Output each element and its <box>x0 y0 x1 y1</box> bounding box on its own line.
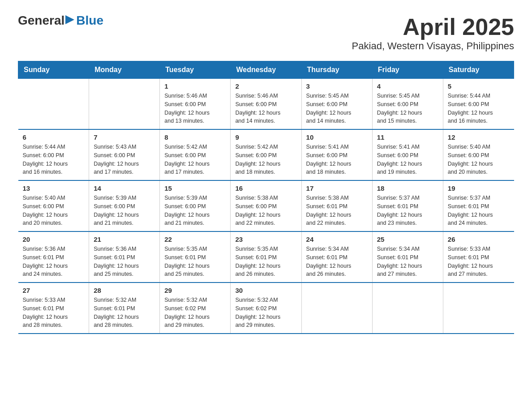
day-info-15: Sunrise: 5:39 AM Sunset: 6:00 PM Dayligh… <box>164 194 226 227</box>
header: General Blue April 2025 Pakiad, Western … <box>18 13 514 52</box>
header-thursday: Thursday <box>301 61 372 79</box>
day-headers-row: SundayMondayTuesdayWednesdayThursdayFrid… <box>18 61 514 79</box>
header-sunday: Sunday <box>18 61 89 79</box>
day-info-3: Sunrise: 5:45 AM Sunset: 6:00 PM Dayligh… <box>306 92 368 125</box>
day-number-15: 15 <box>164 184 226 192</box>
header-saturday: Saturday <box>443 61 514 79</box>
day-info-2: Sunrise: 5:46 AM Sunset: 6:00 PM Dayligh… <box>235 92 296 125</box>
day-number-26: 26 <box>448 235 510 243</box>
day-info-1: Sunrise: 5:46 AM Sunset: 6:00 PM Dayligh… <box>164 92 226 125</box>
day-number-3: 3 <box>306 82 368 90</box>
day-info-7: Sunrise: 5:43 AM Sunset: 6:00 PM Dayligh… <box>94 143 155 176</box>
day-info-24: Sunrise: 5:34 AM Sunset: 6:01 PM Dayligh… <box>306 245 368 278</box>
cell-w1-d3: 1Sunrise: 5:46 AM Sunset: 6:00 PM Daylig… <box>160 79 231 130</box>
day-number-17: 17 <box>306 184 368 192</box>
cell-w2-d6: 11Sunrise: 5:41 AM Sunset: 6:00 PM Dayli… <box>372 129 443 180</box>
day-info-23: Sunrise: 5:35 AM Sunset: 6:01 PM Dayligh… <box>235 245 296 278</box>
day-number-7: 7 <box>94 133 155 141</box>
day-number-22: 22 <box>164 235 226 243</box>
day-number-27: 27 <box>23 287 85 294</box>
cell-w1-d2 <box>89 79 160 130</box>
day-info-16: Sunrise: 5:38 AM Sunset: 6:00 PM Dayligh… <box>235 194 296 227</box>
day-info-13: Sunrise: 5:40 AM Sunset: 6:00 PM Dayligh… <box>23 194 85 227</box>
cell-w5-d5 <box>301 283 372 334</box>
day-number-5: 5 <box>448 82 510 90</box>
day-number-1: 1 <box>164 82 226 90</box>
svg-marker-0 <box>65 15 74 24</box>
cell-w1-d1 <box>18 79 89 130</box>
day-number-2: 2 <box>235 82 296 90</box>
day-info-26: Sunrise: 5:33 AM Sunset: 6:01 PM Dayligh… <box>448 245 510 278</box>
day-info-29: Sunrise: 5:32 AM Sunset: 6:02 PM Dayligh… <box>164 296 226 330</box>
cell-w5-d4: 30Sunrise: 5:32 AM Sunset: 6:02 PM Dayli… <box>231 283 301 334</box>
day-info-27: Sunrise: 5:33 AM Sunset: 6:01 PM Dayligh… <box>23 296 85 330</box>
cell-w1-d5: 3Sunrise: 5:45 AM Sunset: 6:00 PM Daylig… <box>301 79 372 130</box>
cell-w4-d2: 21Sunrise: 5:36 AM Sunset: 6:01 PM Dayli… <box>89 231 160 283</box>
cell-w2-d4: 9Sunrise: 5:42 AM Sunset: 6:00 PM Daylig… <box>231 129 301 180</box>
day-number-21: 21 <box>94 235 155 243</box>
day-number-8: 8 <box>164 133 226 141</box>
day-info-10: Sunrise: 5:41 AM Sunset: 6:00 PM Dayligh… <box>306 143 368 176</box>
day-number-4: 4 <box>377 82 438 90</box>
day-info-14: Sunrise: 5:39 AM Sunset: 6:00 PM Dayligh… <box>94 194 155 227</box>
cell-w5-d1: 27Sunrise: 5:33 AM Sunset: 6:01 PM Dayli… <box>18 283 89 334</box>
cell-w2-d7: 12Sunrise: 5:40 AM Sunset: 6:00 PM Dayli… <box>443 129 514 180</box>
cell-w2-d5: 10Sunrise: 5:41 AM Sunset: 6:00 PM Dayli… <box>301 129 372 180</box>
week-row-2: 6Sunrise: 5:44 AM Sunset: 6:00 PM Daylig… <box>18 129 514 180</box>
cell-w2-d3: 8Sunrise: 5:42 AM Sunset: 6:00 PM Daylig… <box>160 129 231 180</box>
day-number-25: 25 <box>377 235 438 243</box>
day-number-23: 23 <box>235 235 296 243</box>
day-info-9: Sunrise: 5:42 AM Sunset: 6:00 PM Dayligh… <box>235 143 296 176</box>
day-number-11: 11 <box>377 133 438 141</box>
day-info-8: Sunrise: 5:42 AM Sunset: 6:00 PM Dayligh… <box>164 143 226 176</box>
header-tuesday: Tuesday <box>160 61 231 79</box>
cell-w5-d6 <box>372 283 443 334</box>
day-info-4: Sunrise: 5:45 AM Sunset: 6:00 PM Dayligh… <box>377 92 438 125</box>
day-info-30: Sunrise: 5:32 AM Sunset: 6:02 PM Dayligh… <box>235 296 296 330</box>
day-number-20: 20 <box>23 235 85 243</box>
day-info-22: Sunrise: 5:35 AM Sunset: 6:01 PM Dayligh… <box>164 245 226 278</box>
cell-w4-d7: 26Sunrise: 5:33 AM Sunset: 6:01 PM Dayli… <box>443 231 514 283</box>
week-row-5: 27Sunrise: 5:33 AM Sunset: 6:01 PM Dayli… <box>18 283 514 334</box>
cell-w3-d7: 19Sunrise: 5:37 AM Sunset: 6:01 PM Dayli… <box>443 180 514 231</box>
cell-w3-d6: 18Sunrise: 5:37 AM Sunset: 6:01 PM Dayli… <box>372 180 443 231</box>
week-row-3: 13Sunrise: 5:40 AM Sunset: 6:00 PM Dayli… <box>18 180 514 231</box>
month-title: April 2025 <box>352 13 514 40</box>
cell-w4-d1: 20Sunrise: 5:36 AM Sunset: 6:01 PM Dayli… <box>18 231 89 283</box>
day-number-16: 16 <box>235 184 296 192</box>
cell-w4-d6: 25Sunrise: 5:34 AM Sunset: 6:01 PM Dayli… <box>372 231 443 283</box>
calendar-table: SundayMondayTuesdayWednesdayThursdayFrid… <box>18 61 514 334</box>
cell-w3-d5: 17Sunrise: 5:38 AM Sunset: 6:01 PM Dayli… <box>301 180 372 231</box>
calendar-header: SundayMondayTuesdayWednesdayThursdayFrid… <box>18 61 514 79</box>
cell-w5-d7 <box>443 283 514 334</box>
cell-w1-d4: 2Sunrise: 5:46 AM Sunset: 6:00 PM Daylig… <box>231 79 301 130</box>
cell-w3-d4: 16Sunrise: 5:38 AM Sunset: 6:00 PM Dayli… <box>231 180 301 231</box>
cell-w5-d2: 28Sunrise: 5:32 AM Sunset: 6:01 PM Dayli… <box>89 283 160 334</box>
day-info-25: Sunrise: 5:34 AM Sunset: 6:01 PM Dayligh… <box>377 245 438 278</box>
logo-blue-text: Blue <box>76 13 103 28</box>
day-info-21: Sunrise: 5:36 AM Sunset: 6:01 PM Dayligh… <box>94 245 155 278</box>
day-info-19: Sunrise: 5:37 AM Sunset: 6:01 PM Dayligh… <box>448 194 510 227</box>
day-number-13: 13 <box>23 184 85 192</box>
cell-w1-d6: 4Sunrise: 5:45 AM Sunset: 6:00 PM Daylig… <box>372 79 443 130</box>
logo: General Blue <box>18 13 103 28</box>
day-number-12: 12 <box>448 133 510 141</box>
day-info-5: Sunrise: 5:44 AM Sunset: 6:00 PM Dayligh… <box>448 92 510 125</box>
week-row-4: 20Sunrise: 5:36 AM Sunset: 6:01 PM Dayli… <box>18 231 514 283</box>
day-info-12: Sunrise: 5:40 AM Sunset: 6:00 PM Dayligh… <box>448 143 510 176</box>
header-friday: Friday <box>372 61 443 79</box>
day-number-30: 30 <box>235 287 296 294</box>
location-title: Pakiad, Western Visayas, Philippines <box>352 40 514 52</box>
day-number-24: 24 <box>306 235 368 243</box>
cell-w3-d2: 14Sunrise: 5:39 AM Sunset: 6:00 PM Dayli… <box>89 180 160 231</box>
cell-w1-d7: 5Sunrise: 5:44 AM Sunset: 6:00 PM Daylig… <box>443 79 514 130</box>
cell-w4-d3: 22Sunrise: 5:35 AM Sunset: 6:01 PM Dayli… <box>160 231 231 283</box>
calendar-body: 1Sunrise: 5:46 AM Sunset: 6:00 PM Daylig… <box>18 79 514 334</box>
day-info-6: Sunrise: 5:44 AM Sunset: 6:00 PM Dayligh… <box>23 143 85 176</box>
cell-w4-d5: 24Sunrise: 5:34 AM Sunset: 6:01 PM Dayli… <box>301 231 372 283</box>
cell-w5-d3: 29Sunrise: 5:32 AM Sunset: 6:02 PM Dayli… <box>160 283 231 334</box>
header-monday: Monday <box>89 61 160 79</box>
cell-w3-d1: 13Sunrise: 5:40 AM Sunset: 6:00 PM Dayli… <box>18 180 89 231</box>
logo-flag-icon <box>65 15 75 28</box>
day-number-6: 6 <box>23 133 85 141</box>
